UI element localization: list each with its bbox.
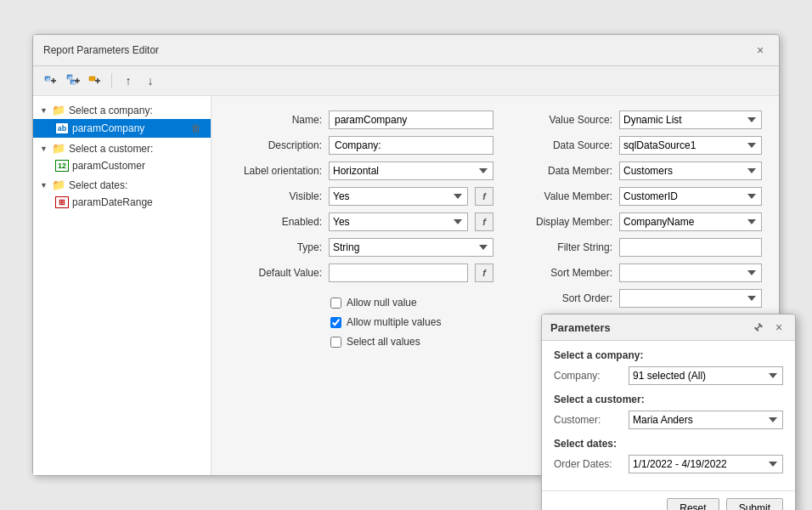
tree-item-paramdaterange-label: paramDateRange <box>72 196 153 208</box>
label-orientation-label: Label orientation: <box>228 165 322 177</box>
chevron-icon: ▼ <box>40 181 48 190</box>
tree-item-delete-icon[interactable]: 🗑 <box>189 122 204 135</box>
value-member-label: Value Member: <box>519 190 612 202</box>
chevron-icon: ▼ <box>40 144 48 153</box>
data-source-label: Data Source: <box>519 139 612 151</box>
select-all-checkbox[interactable] <box>330 337 341 348</box>
form-section-right: Value Source: Dynamic List Static List N… <box>519 110 762 348</box>
add-param-button[interactable]: ab <box>42 71 60 90</box>
allow-null-checkbox[interactable] <box>330 298 341 309</box>
allow-null-label[interactable]: Allow null value <box>347 297 417 309</box>
params-body: Select a company: Company: 91 selected (… <box>542 341 795 490</box>
params-dates-row: Order Dates: 1/1/2022 - 4/19/2022 <box>554 455 783 473</box>
display-member-select[interactable]: CompanyName <box>619 212 762 231</box>
submit-button[interactable]: Submit <box>726 498 783 510</box>
type-label: Type: <box>228 241 322 253</box>
type-select[interactable]: String Integer Float DateTime Boolean <box>329 238 493 257</box>
params-close-button[interactable]: × <box>771 320 787 335</box>
left-panel: ▼ 📁 Select a company: ab paramCompany 🗑 … <box>33 96 211 475</box>
select-all-label[interactable]: Select all values <box>347 336 420 348</box>
folder-icon: 📁 <box>52 104 65 116</box>
params-title-bar: Parameters × <box>542 314 795 341</box>
default-value-input[interactable] <box>329 264 468 282</box>
label-orientation-select[interactable]: Horizontal Vertical <box>329 162 493 180</box>
tree-item-paramcompany[interactable]: ab paramCompany 🗑 <box>33 119 211 138</box>
parameters-panel: Parameters × Select a company: Company: … <box>541 314 796 510</box>
params-section-customer-header: Select a customer: <box>554 394 783 405</box>
allow-multiple-checkbox[interactable] <box>330 317 341 328</box>
value-source-select[interactable]: Dynamic List Static List None <box>619 110 762 129</box>
value-member-select[interactable]: CustomerID <box>619 187 762 206</box>
visible-select[interactable]: Yes No <box>329 187 468 206</box>
sort-order-select[interactable] <box>619 289 762 308</box>
move-up-button[interactable]: ↑ <box>119 71 138 90</box>
data-member-select[interactable]: Customers <box>619 162 762 180</box>
folder-icon: 📁 <box>52 142 65 155</box>
tree-group-customer-label: Select a customer: <box>69 143 153 155</box>
enabled-select[interactable]: Yes No <box>329 212 468 231</box>
tree-group-company: ▼ 📁 Select a company: ab paramCompany 🗑 <box>33 101 211 138</box>
sort-member-select[interactable] <box>619 264 762 282</box>
svg-text:ab: ab <box>46 76 51 82</box>
type-row: Type: String Integer Float DateTime Bool… <box>228 237 493 258</box>
visible-label: Visible: <box>228 190 322 202</box>
params-company-label: Company: <box>554 370 622 382</box>
param-ab-icon: ab <box>55 122 69 134</box>
title-bar: Report Parameters Editor × <box>33 35 779 66</box>
tree-group-customer-header[interactable]: ▼ 📁 Select a customer: <box>33 139 211 157</box>
tree-item-paramcustomer[interactable]: 12 paramCustomer <box>33 157 211 174</box>
tree-item-paramcustomer-label: paramCustomer <box>72 160 145 172</box>
param-cal-icon: ⊞ <box>55 196 69 208</box>
sort-member-row: Sort Member: <box>519 263 762 283</box>
tree-group-dates: ▼ 📁 Select dates: ⊞ paramDateRange <box>33 176 211 211</box>
filter-string-input[interactable] <box>619 238 762 257</box>
tree-item-paramcompany-label: paramCompany <box>72 122 144 134</box>
allow-multiple-label[interactable]: Allow multiple values <box>347 316 441 328</box>
sort-member-label: Sort Member: <box>519 267 612 279</box>
visible-func-button[interactable]: f <box>475 187 493 206</box>
params-customer-select[interactable]: Maria Anders <box>629 411 783 429</box>
default-value-func-button[interactable]: f <box>475 264 493 282</box>
main-window: Report Parameters Editor × ab ab ab <box>32 34 780 476</box>
value-source-label: Value Source: <box>519 114 612 126</box>
form-section-left: Name: Description: Label orientation: Ho… <box>228 110 493 348</box>
display-member-label: Display Member: <box>519 216 612 228</box>
tree-group-dates-header[interactable]: ▼ 📁 Select dates: <box>33 176 211 194</box>
value-member-row: Value Member: CustomerID <box>519 186 762 207</box>
toolbar: ab ab ab ↑ ↓ <box>33 66 779 96</box>
params-company-select[interactable]: 91 selected (All) <box>629 366 783 385</box>
description-input[interactable] <box>329 136 493 155</box>
tree-group-dates-label: Select dates: <box>69 179 127 191</box>
params-dates-select[interactable]: 1/1/2022 - 4/19/2022 <box>629 455 783 473</box>
data-member-label: Data Member: <box>519 165 612 177</box>
enabled-func-button[interactable]: f <box>475 212 493 231</box>
params-pin-button[interactable] <box>751 320 766 335</box>
tree-item-paramdaterange[interactable]: ⊞ paramDateRange <box>33 194 211 211</box>
display-member-row: Display Member: CompanyName <box>519 212 762 232</box>
name-row: Name: <box>228 110 493 130</box>
move-down-button[interactable]: ↓ <box>141 71 160 90</box>
add-group-button[interactable] <box>86 71 104 90</box>
params-company-row: Company: 91 selected (All) <box>554 366 783 385</box>
param-12-icon: 12 <box>55 160 69 172</box>
visible-row: Visible: Yes No f <box>228 186 493 207</box>
window-close-button[interactable]: × <box>752 42 769 59</box>
tree-group-customer: ▼ 📁 Select a customer: 12 paramCustomer <box>33 139 211 174</box>
params-section-dates-header: Select dates: <box>554 438 783 450</box>
tree-group-company-header[interactable]: ▼ 📁 Select a company: <box>33 101 211 119</box>
data-source-select[interactable]: sqlDataSource1 <box>619 136 762 155</box>
svg-rect-10 <box>89 76 95 81</box>
sort-order-label: Sort Order: <box>519 292 612 304</box>
enabled-row: Enabled: Yes No f <box>228 212 493 232</box>
name-input[interactable] <box>329 110 493 129</box>
window-title: Report Parameters Editor <box>43 44 159 56</box>
params-title: Parameters <box>550 321 611 334</box>
filter-string-row: Filter String: <box>519 237 762 258</box>
add-child-button[interactable]: ab ab <box>64 71 82 90</box>
params-dates-label: Order Dates: <box>554 458 622 470</box>
default-value-row: Default Value: f <box>228 263 493 283</box>
allow-null-row: Allow null value <box>330 297 493 309</box>
allow-multiple-row: Allow multiple values <box>330 316 493 328</box>
reset-button[interactable]: Reset <box>667 498 719 510</box>
form-layout: Name: Description: Label orientation: Ho… <box>228 110 762 348</box>
